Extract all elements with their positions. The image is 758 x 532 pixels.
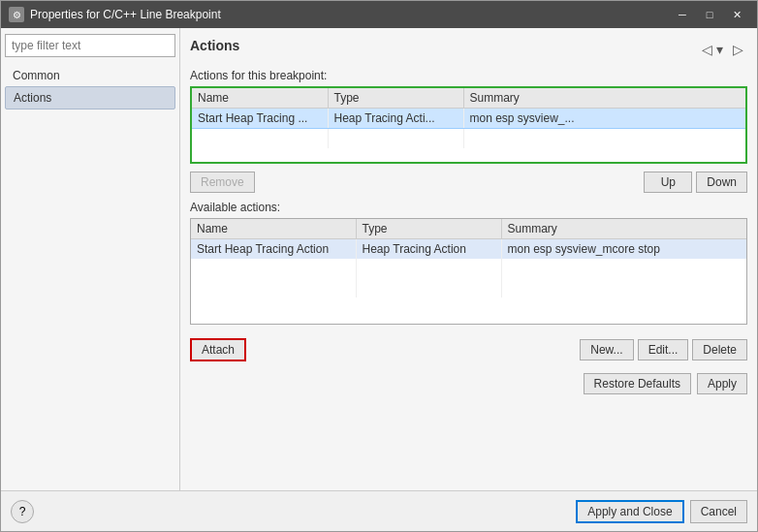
breakpoint-actions-table-inner: Name Type Summary Start Heap Tracing ...…	[192, 88, 745, 148]
avail-empty-row-1	[191, 259, 746, 278]
edit-button[interactable]: Edit...	[638, 339, 689, 360]
maximize-button[interactable]: □	[697, 5, 722, 24]
breakpoint-actions-table: Name Type Summary Start Heap Tracing ...…	[190, 86, 747, 164]
avail-action-name-0: Start Heap Tracing Action	[191, 239, 356, 260]
window-controls: ─ □ ✕	[670, 5, 749, 24]
forward-icon: ▷	[733, 42, 743, 57]
avail-empty-row-2	[191, 278, 746, 297]
available-action-row-0[interactable]: Start Heap Tracing Action Heap Tracing A…	[191, 239, 746, 260]
title-bar: ⚙ Properties for C/C++ Line Breakpoint ─…	[1, 1, 757, 28]
restore-defaults-button[interactable]: Restore Defaults	[584, 373, 691, 394]
down-button[interactable]: Down	[696, 172, 747, 193]
bottom-actions: Restore Defaults Apply	[190, 373, 747, 394]
panel-title: Actions	[190, 38, 239, 53]
col-header-summary: Summary	[463, 88, 745, 109]
delete-button[interactable]: Delete	[692, 339, 747, 360]
nav-arrows: ◁ ▾ ▷	[698, 40, 747, 59]
sidebar-item-actions[interactable]: Actions	[5, 86, 175, 110]
available-actions-table-inner: Name Type Summary Start Heap Tracing Act…	[191, 219, 746, 297]
footer-right: Apply and Close Cancel	[576, 500, 747, 523]
back-button[interactable]: ◁ ▾	[698, 40, 727, 59]
actions-for-label: Actions for this breakpoint:	[190, 69, 747, 82]
bp-action-summary-0: mon esp sysview_...	[463, 109, 745, 129]
bp-action-buttons: Remove Up Down	[190, 172, 747, 193]
avail-col-header-name: Name	[191, 219, 356, 239]
forward-button[interactable]: ▷	[729, 40, 747, 59]
col-header-name: Name	[192, 88, 328, 109]
apply-and-close-button[interactable]: Apply and Close	[576, 500, 683, 523]
back-icon: ◁	[702, 42, 712, 57]
avail-action-summary-0: mon esp sysview_mcore stop	[501, 239, 746, 260]
bp-action-name-0: Start Heap Tracing ...	[192, 109, 328, 129]
available-actions-table: Name Type Summary Start Heap Tracing Act…	[190, 218, 747, 325]
cancel-button[interactable]: Cancel	[690, 500, 747, 523]
close-button[interactable]: ✕	[724, 5, 749, 24]
sidebar-item-common[interactable]: Common	[5, 65, 175, 86]
minimize-button[interactable]: ─	[670, 5, 695, 24]
sidebar: Common Actions	[1, 28, 180, 490]
main-content: Common Actions Actions ◁ ▾ ▷	[1, 28, 757, 490]
filter-input[interactable]	[5, 34, 175, 57]
new-button[interactable]: New...	[580, 339, 633, 360]
apply-button[interactable]: Apply	[697, 373, 747, 394]
panel-header: Actions ◁ ▾ ▷	[190, 38, 747, 61]
bp-action-type-0: Heap Tracing Acti...	[328, 109, 463, 129]
avail-action-type-0: Heap Tracing Action	[356, 239, 501, 260]
main-window: ⚙ Properties for C/C++ Line Breakpoint ─…	[0, 0, 758, 532]
bp-empty-row-1	[192, 129, 745, 148]
dropdown-icon: ▾	[716, 42, 723, 57]
avail-col-header-type: Type	[356, 219, 501, 239]
window-title: Properties for C/C++ Line Breakpoint	[30, 8, 670, 21]
avail-col-header-summary: Summary	[501, 219, 746, 239]
col-header-type: Type	[328, 88, 463, 109]
breakpoint-action-row-0[interactable]: Start Heap Tracing ... Heap Tracing Acti…	[192, 109, 745, 129]
right-panel: Actions ◁ ▾ ▷ Actions for this breakpoin…	[180, 28, 757, 490]
up-button[interactable]: Up	[644, 172, 692, 193]
footer-left: ?	[11, 500, 576, 523]
available-actions-label: Available actions:	[190, 201, 747, 214]
help-button[interactable]: ?	[11, 500, 34, 523]
available-action-buttons: Attach New... Edit... Delete	[190, 338, 747, 361]
remove-button[interactable]: Remove	[190, 172, 255, 193]
window-icon: ⚙	[9, 7, 24, 22]
footer: ? Apply and Close Cancel	[1, 490, 757, 531]
attach-button[interactable]: Attach	[190, 338, 246, 361]
